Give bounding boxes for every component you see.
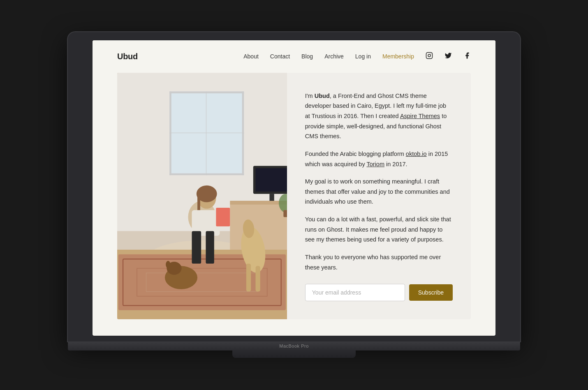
svg-rect-11 [169,132,244,133]
svg-rect-30 [192,231,201,263]
nav-archive[interactable]: Archive [324,53,344,60]
hero-section: I'm Ubud, a Front-End and Ghost CMS them… [117,73,471,320]
email-input[interactable] [305,284,405,301]
svg-rect-16 [256,168,287,192]
nav-about[interactable]: About [243,53,259,60]
svg-rect-0 [426,53,433,59]
svg-point-35 [166,261,170,268]
site-nav: About Contact Blog Archive Log in Member… [243,52,471,61]
screen: Ubud About Contact Blog Archive Log in M… [93,40,495,336]
hero-text: I'm Ubud, a Front-End and Ghost CMS them… [305,91,453,273]
screen-bezel: Ubud About Contact Blog Archive Log in M… [68,32,520,342]
svg-rect-17 [269,194,274,201]
aspire-themes-link[interactable]: Aspire Themes [400,113,440,119]
laptop-base: MacBook Pro [68,341,520,351]
oktob-link[interactable]: oktob.io [406,151,427,157]
svg-rect-32 [216,208,230,226]
svg-rect-38 [246,264,251,292]
svg-rect-31 [206,231,214,263]
facebook-icon[interactable] [463,52,471,61]
bio-paragraph-3: My goal is to work on something meaningf… [305,176,453,207]
twitter-icon[interactable] [444,52,452,61]
hero-image [117,73,287,320]
subscribe-button[interactable]: Subscribe [409,284,453,301]
svg-point-1 [428,54,431,57]
site-logo[interactable]: Ubud [117,52,138,61]
svg-rect-19 [283,210,287,217]
bio-paragraph-2: Founded the Arabic blogging platform okt… [305,149,453,169]
laptop-model-label: MacBook Pro [279,344,309,348]
site-header: Ubud About Contact Blog Archive Log in M… [93,40,495,73]
laptop-stand [232,351,356,358]
instagram-icon[interactable] [426,52,433,61]
nav-membership[interactable]: Membership [382,53,414,60]
toriom-link[interactable]: Toriom [366,161,384,167]
bio-paragraph-4: You can do a lot with a fast, powerful, … [305,214,453,245]
hero-content: I'm Ubud, a Front-End and Ghost CMS them… [287,73,471,320]
bio-paragraph-1: I'm Ubud, a Front-End and Ghost CMS them… [305,91,453,142]
svg-rect-39 [256,266,260,291]
nav-blog[interactable]: Blog [301,53,313,60]
subscribe-form: Subscribe [305,284,453,301]
svg-rect-14 [230,201,287,204]
bio-paragraph-5: Thank you to everyone who has supported … [305,252,453,272]
nav-contact[interactable]: Contact [270,53,290,60]
svg-point-2 [431,53,431,54]
website: Ubud About Contact Blog Archive Log in M… [93,40,495,320]
nav-login[interactable]: Log in [355,53,371,60]
laptop-container: Ubud About Contact Blog Archive Log in M… [68,32,520,358]
